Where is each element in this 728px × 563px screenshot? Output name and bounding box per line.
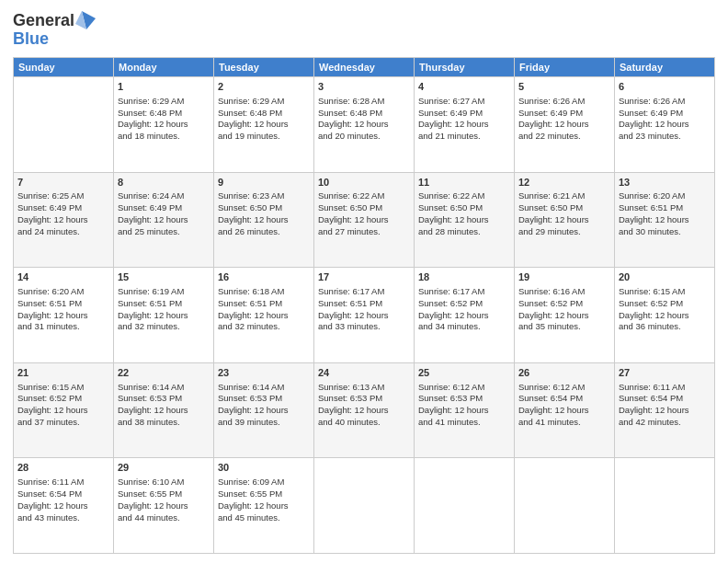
sunrise-text: Sunrise: 6:09 AM: [218, 477, 284, 487]
calendar-cell: 10Sunrise: 6:22 AMSunset: 6:50 PMDayligh…: [314, 172, 415, 268]
daylight-line2: and 29 minutes.: [518, 226, 581, 236]
sunset-text: Sunset: 6:50 PM: [218, 202, 282, 213]
sunrise-text: Sunrise: 6:20 AM: [619, 190, 685, 201]
daylight-line1: Daylight: 12 hours: [418, 119, 489, 129]
daylight-line1: Daylight: 12 hours: [118, 119, 188, 129]
page: GeneralBlue SundayMondayTuesdayWednesday…: [0, 0, 728, 563]
day-number: 10: [318, 176, 410, 190]
sunrise-text: Sunrise: 6:16 AM: [518, 286, 585, 296]
sunset-text: Sunset: 6:54 PM: [17, 488, 82, 499]
day-number: 16: [218, 270, 310, 284]
sunset-text: Sunset: 6:50 PM: [318, 202, 382, 213]
daylight-line1: Daylight: 12 hours: [619, 405, 689, 415]
sunset-text: Sunset: 6:51 PM: [17, 298, 82, 308]
calendar-cell: 8Sunrise: 6:24 AMSunset: 6:49 PMDaylight…: [114, 172, 214, 268]
calendar-cell: 15Sunrise: 6:19 AMSunset: 6:51 PMDayligh…: [114, 268, 214, 363]
logo-svg: GeneralBlue: [13, 9, 96, 50]
day-number: 2: [218, 80, 310, 94]
daylight-line2: and 42 minutes.: [619, 417, 681, 427]
calendar-cell: 11Sunrise: 6:22 AMSunset: 6:50 PMDayligh…: [415, 172, 515, 268]
daylight-line2: and 28 minutes.: [418, 226, 481, 236]
sunset-text: Sunset: 6:49 PM: [17, 202, 82, 213]
sunset-text: Sunset: 6:53 PM: [318, 393, 382, 403]
daylight-line2: and 40 minutes.: [318, 417, 381, 427]
day-number: 19: [518, 270, 610, 284]
calendar-cell: [615, 458, 715, 554]
daylight-line1: Daylight: 12 hours: [318, 214, 389, 224]
daylight-line2: and 43 minutes.: [17, 512, 80, 523]
daylight-line1: Daylight: 12 hours: [318, 119, 389, 129]
daylight-line2: and 32 minutes.: [218, 321, 280, 331]
calendar-cell: 14Sunrise: 6:20 AMSunset: 6:51 PMDayligh…: [14, 268, 114, 363]
daylight-line2: and 26 minutes.: [218, 226, 280, 236]
header: GeneralBlue: [13, 9, 715, 50]
calendar-cell: 4Sunrise: 6:27 AMSunset: 6:49 PMDaylight…: [415, 77, 515, 173]
sunset-text: Sunset: 6:49 PM: [118, 202, 182, 213]
calendar-cell: [314, 458, 415, 554]
daylight-line1: Daylight: 12 hours: [418, 405, 489, 415]
sunrise-text: Sunrise: 6:19 AM: [118, 286, 184, 296]
daylight-line1: Daylight: 12 hours: [619, 214, 689, 224]
daylight-line2: and 35 minutes.: [518, 321, 581, 331]
day-number: 6: [619, 80, 711, 94]
daylight-line1: Daylight: 12 hours: [17, 500, 88, 511]
week-row-2: 7Sunrise: 6:25 AMSunset: 6:49 PMDaylight…: [14, 172, 715, 268]
calendar-cell: 26Sunrise: 6:12 AMSunset: 6:54 PMDayligh…: [515, 362, 615, 458]
sunrise-text: Sunrise: 6:24 AM: [118, 190, 184, 201]
daylight-line2: and 45 minutes.: [218, 512, 280, 523]
day-number: 21: [17, 366, 109, 380]
sunset-text: Sunset: 6:51 PM: [218, 298, 282, 308]
daylight-line2: and 39 minutes.: [218, 417, 280, 427]
sunrise-text: Sunrise: 6:25 AM: [17, 190, 84, 201]
svg-text:Blue: Blue: [13, 29, 49, 48]
sunset-text: Sunset: 6:52 PM: [17, 393, 82, 403]
day-number: 11: [418, 176, 510, 190]
sunset-text: Sunset: 6:55 PM: [118, 488, 182, 499]
weekday-header-wednesday: Wednesday: [314, 58, 415, 77]
daylight-line2: and 23 minutes.: [619, 131, 681, 141]
weekday-header-row: SundayMondayTuesdayWednesdayThursdayFrid…: [14, 58, 715, 77]
daylight-line1: Daylight: 12 hours: [17, 405, 88, 415]
daylight-line1: Daylight: 12 hours: [518, 405, 589, 415]
day-number: 26: [518, 366, 610, 380]
calendar-cell: 1Sunrise: 6:29 AMSunset: 6:48 PMDaylight…: [114, 77, 214, 173]
sunset-text: Sunset: 6:48 PM: [118, 108, 182, 118]
weekday-header-sunday: Sunday: [14, 58, 114, 77]
sunset-text: Sunset: 6:50 PM: [518, 202, 583, 213]
sunrise-text: Sunrise: 6:12 AM: [518, 382, 585, 392]
daylight-line2: and 41 minutes.: [418, 417, 481, 427]
calendar-cell: [415, 458, 515, 554]
daylight-line1: Daylight: 12 hours: [218, 500, 289, 511]
calendar-cell: 17Sunrise: 6:17 AMSunset: 6:51 PMDayligh…: [314, 268, 415, 363]
day-number: 24: [318, 366, 410, 380]
sunset-text: Sunset: 6:51 PM: [118, 298, 182, 308]
week-row-5: 28Sunrise: 6:11 AMSunset: 6:54 PMDayligh…: [14, 458, 715, 554]
daylight-line2: and 37 minutes.: [17, 417, 80, 427]
daylight-line2: and 27 minutes.: [318, 226, 381, 236]
daylight-line2: and 36 minutes.: [619, 321, 681, 331]
daylight-line2: and 25 minutes.: [118, 226, 180, 236]
sunrise-text: Sunrise: 6:22 AM: [418, 190, 484, 201]
sunrise-text: Sunrise: 6:11 AM: [17, 477, 84, 487]
daylight-line2: and 30 minutes.: [619, 226, 681, 236]
sunrise-text: Sunrise: 6:15 AM: [619, 286, 685, 296]
week-row-3: 14Sunrise: 6:20 AMSunset: 6:51 PMDayligh…: [14, 268, 715, 363]
sunset-text: Sunset: 6:50 PM: [418, 202, 483, 213]
daylight-line1: Daylight: 12 hours: [418, 310, 489, 320]
calendar-cell: 23Sunrise: 6:14 AMSunset: 6:53 PMDayligh…: [214, 362, 314, 458]
logo: GeneralBlue: [13, 9, 96, 50]
day-number: 1: [118, 80, 210, 94]
sunset-text: Sunset: 6:53 PM: [218, 393, 282, 403]
sunrise-text: Sunrise: 6:11 AM: [619, 382, 685, 392]
calendar-cell: 3Sunrise: 6:28 AMSunset: 6:48 PMDaylight…: [314, 77, 415, 173]
day-number: 17: [318, 270, 410, 284]
day-number: 9: [218, 176, 310, 190]
calendar-cell: 6Sunrise: 6:26 AMSunset: 6:49 PMDaylight…: [615, 77, 715, 173]
calendar-cell: 19Sunrise: 6:16 AMSunset: 6:52 PMDayligh…: [515, 268, 615, 363]
day-number: 20: [619, 270, 711, 284]
daylight-line1: Daylight: 12 hours: [218, 405, 289, 415]
sunrise-text: Sunrise: 6:15 AM: [17, 382, 84, 392]
daylight-line2: and 44 minutes.: [118, 512, 180, 523]
sunrise-text: Sunrise: 6:12 AM: [418, 382, 484, 392]
calendar-cell: 12Sunrise: 6:21 AMSunset: 6:50 PMDayligh…: [515, 172, 615, 268]
